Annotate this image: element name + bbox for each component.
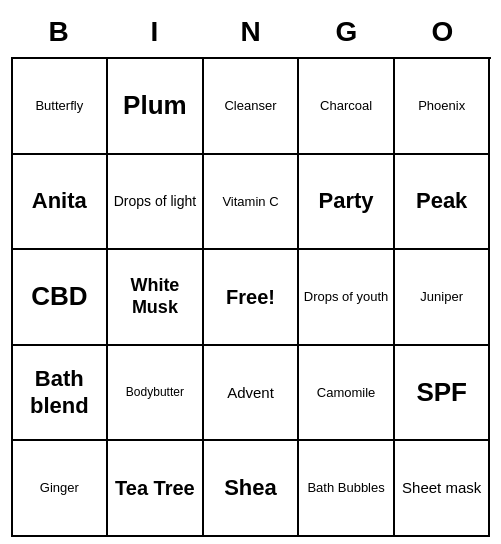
cell-4-2: Shea xyxy=(204,441,300,537)
cell-3-3: Camomile xyxy=(299,346,395,442)
cell-2-1: White Musk xyxy=(108,250,204,346)
cell-1-3: Party xyxy=(299,155,395,251)
bingo-grid: Butterfly Plum Cleanser Charcoal Phoenix… xyxy=(11,57,491,537)
cell-1-1: Drops of light xyxy=(108,155,204,251)
cell-4-1: Tea Tree xyxy=(108,441,204,537)
cell-0-1: Plum xyxy=(108,59,204,155)
cell-1-2: Vitamin C xyxy=(204,155,300,251)
bingo-row: Butterfly Plum Cleanser Charcoal Phoenix xyxy=(13,59,491,155)
cell-1-4: Peak xyxy=(395,155,491,251)
cell-4-3: Bath Bubbles xyxy=(299,441,395,537)
header-n: N xyxy=(203,7,299,57)
bingo-row: Bath blend Bodybutter Advent Camomile SP… xyxy=(13,346,491,442)
header-b: B xyxy=(11,7,107,57)
header-g: G xyxy=(299,7,395,57)
cell-2-3: Drops of youth xyxy=(299,250,395,346)
cell-3-1: Bodybutter xyxy=(108,346,204,442)
cell-3-2: Advent xyxy=(204,346,300,442)
cell-2-0: CBD xyxy=(13,250,109,346)
header-i: I xyxy=(107,7,203,57)
cell-0-4: Phoenix xyxy=(395,59,491,155)
cell-2-4: Juniper xyxy=(395,250,491,346)
cell-3-4: SPF xyxy=(395,346,491,442)
cell-4-0: Ginger xyxy=(13,441,109,537)
cell-3-0: Bath blend xyxy=(13,346,109,442)
bingo-row: Anita Drops of light Vitamin C Party Pea… xyxy=(13,155,491,251)
header-o: O xyxy=(395,7,491,57)
cell-0-2: Cleanser xyxy=(204,59,300,155)
bingo-row: Ginger Tea Tree Shea Bath Bubbles Sheet … xyxy=(13,441,491,537)
cell-2-2: Free! xyxy=(204,250,300,346)
bingo-header: B I N G O xyxy=(11,7,491,57)
cell-0-3: Charcoal xyxy=(299,59,395,155)
cell-4-4: Sheet mask xyxy=(395,441,491,537)
bingo-row: CBD White Musk Free! Drops of youth Juni… xyxy=(13,250,491,346)
bingo-card: B I N G O Butterfly Plum Cleanser Charco… xyxy=(11,7,491,537)
cell-1-0: Anita xyxy=(13,155,109,251)
cell-0-0: Butterfly xyxy=(13,59,109,155)
